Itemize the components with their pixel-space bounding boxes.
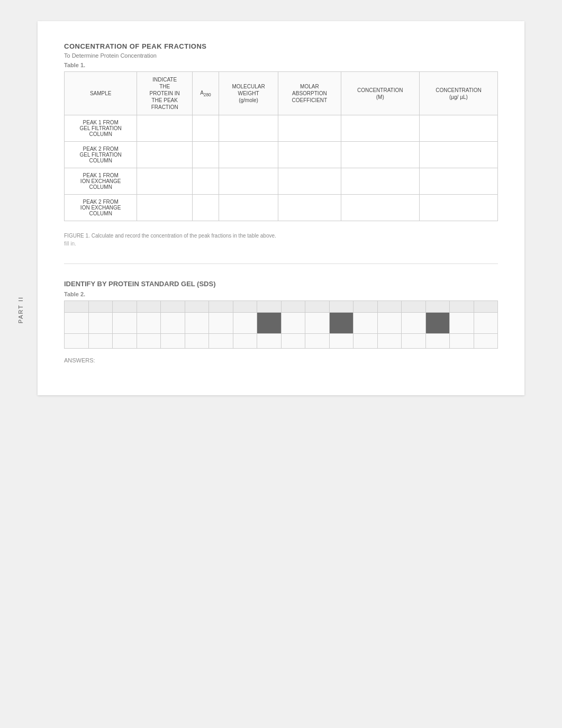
gel-cell: [281, 334, 305, 349]
col-indicate: INDICATETHEPROTEIN INTHE PEAKFRACTION: [137, 72, 193, 115]
gel-cell: [113, 334, 137, 349]
gel-cell: [185, 334, 209, 349]
col-molwt: MOLECULARWEIGHT(g/mole): [219, 72, 278, 115]
gel-cell: [161, 313, 185, 334]
gel-cell: [353, 334, 378, 349]
gel-cell: [137, 334, 161, 349]
gel-cell: [185, 313, 209, 334]
col-a280: A280: [192, 72, 219, 115]
gel-cell: [161, 301, 185, 313]
molar-cell[interactable]: [278, 115, 341, 142]
a280-cell[interactable]: [192, 142, 219, 168]
gel-cell: [402, 334, 426, 349]
page-content: PART II CONCENTRATION OF PEAK FRACTIONS …: [38, 21, 524, 395]
gel-cell: [88, 334, 113, 349]
col-conc-ug: CONCENTRATION(µg/ µL): [419, 72, 497, 115]
gel-cell: [233, 301, 257, 313]
gel-cell: [377, 301, 402, 313]
gel-cell: [474, 334, 498, 349]
section1-note: FIGURE 1. Calculate and record the conce…: [64, 232, 498, 248]
gel-table: [64, 301, 498, 349]
gel-header-row: [65, 301, 498, 313]
conc-ug-cell[interactable]: [419, 142, 497, 168]
conc-m-cell[interactable]: [341, 195, 419, 221]
a280-cell[interactable]: [192, 168, 219, 195]
indicate-cell[interactable]: [137, 195, 193, 221]
gel-cell: [450, 301, 474, 313]
col-conc-m: CONCENTRATION(M): [341, 72, 419, 115]
gel-cell: [281, 313, 305, 334]
conc-m-cell[interactable]: [341, 168, 419, 195]
gel-cell: [65, 301, 89, 313]
a280-cell[interactable]: [192, 195, 219, 221]
molwt-cell[interactable]: [219, 168, 278, 195]
sample-cell: PEAK 2 FROMGEL FILTRATIONCOLUMN: [65, 142, 137, 168]
section-divider: [64, 263, 498, 264]
gel-cell dark: [257, 313, 282, 334]
conc-m-cell[interactable]: [341, 115, 419, 142]
gel-cell: [305, 301, 330, 313]
gel-cell: [305, 313, 330, 334]
gel-cell: [209, 301, 233, 313]
sample-cell: PEAK 1 FROMGEL FILTRATIONCOLUMN: [65, 115, 137, 142]
molwt-cell[interactable]: [219, 142, 278, 168]
gel-cell: [137, 301, 161, 313]
note-continuation: fill in.: [64, 241, 76, 247]
gel-cell: [353, 301, 378, 313]
answers-label: ANSWERS:: [64, 357, 498, 363]
gel-cell: [88, 313, 113, 334]
gel-cell: [233, 313, 257, 334]
indicate-cell[interactable]: [137, 142, 193, 168]
gel-cell: [377, 313, 402, 334]
gel-cell: [474, 301, 498, 313]
molwt-cell[interactable]: [219, 195, 278, 221]
gel-cell: [474, 313, 498, 334]
gel-cell dark: [425, 313, 450, 334]
part-label: PART II: [17, 296, 24, 323]
section1-title: CONCENTRATION OF PEAK FRACTIONS: [64, 42, 498, 50]
table-row: PEAK 2 FROMGEL FILTRATIONCOLUMN: [65, 142, 498, 168]
gel-cell: [209, 334, 233, 349]
section2: IDENTIFY BY PROTEIN STANDARD GEL (SDS) T…: [64, 280, 498, 363]
conc-m-cell[interactable]: [341, 142, 419, 168]
molar-cell[interactable]: [278, 142, 341, 168]
gel-cell: [209, 313, 233, 334]
gel-cell: [65, 313, 89, 334]
gel-cell: [185, 301, 209, 313]
sample-cell: PEAK 2 FROMION EXCHANGECOLUMN: [65, 195, 137, 221]
concentration-table: SAMPLE INDICATETHEPROTEIN INTHE PEAKFRAC…: [64, 71, 498, 221]
section1-subtitle: To Determine Protein Concentration: [64, 52, 498, 59]
conc-ug-cell[interactable]: [419, 195, 497, 221]
section2-title: IDENTIFY BY PROTEIN STANDARD GEL (SDS): [64, 280, 498, 288]
col-molar: MOLARABSORPTIONCOEFFICIENT: [278, 72, 341, 115]
gel-cell: [402, 313, 426, 334]
a280-cell[interactable]: [192, 115, 219, 142]
gel-cell: [65, 334, 89, 349]
gel-cell: [377, 334, 402, 349]
gel-cell: [281, 301, 305, 313]
conc-ug-cell[interactable]: [419, 168, 497, 195]
gel-cell: [305, 334, 330, 349]
indicate-cell[interactable]: [137, 115, 193, 142]
gel-band-row: [65, 313, 498, 334]
gel-cell: [113, 313, 137, 334]
col-sample: SAMPLE: [65, 72, 137, 115]
gel-cell: [329, 301, 353, 313]
gel-cell: [402, 301, 426, 313]
gel-cell: [257, 334, 282, 349]
table1-label: Table 1.: [64, 62, 498, 68]
table2-label: Table 2.: [64, 291, 498, 297]
gel-cell: [329, 334, 353, 349]
gel-cell: [137, 313, 161, 334]
indicate-cell[interactable]: [137, 168, 193, 195]
molwt-cell[interactable]: [219, 115, 278, 142]
molar-cell[interactable]: [278, 195, 341, 221]
conc-ug-cell[interactable]: [419, 115, 497, 142]
molar-cell[interactable]: [278, 168, 341, 195]
sample-cell: PEAK 1 FROMION EXCHANGECOLUMN: [65, 168, 137, 195]
gel-cell: [161, 334, 185, 349]
gel-cell: [257, 301, 282, 313]
gel-cell: [113, 301, 137, 313]
section1: CONCENTRATION OF PEAK FRACTIONS To Deter…: [64, 42, 498, 248]
gel-cell dark: [329, 313, 353, 334]
